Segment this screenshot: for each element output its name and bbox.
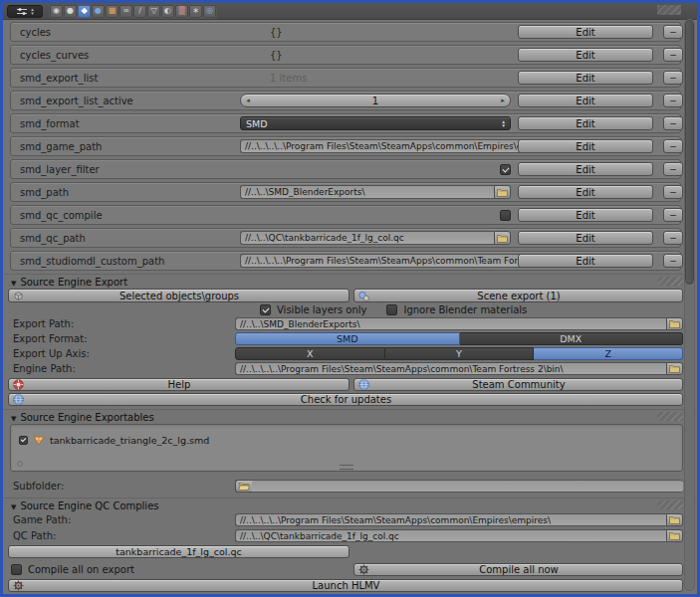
axis-option-y[interactable]: Y	[385, 347, 535, 360]
compile-on-export-checkbox[interactable]	[11, 564, 22, 575]
folder-icon	[669, 515, 680, 524]
folder-browse-button[interactable]	[666, 513, 683, 526]
panel-header-source-engine-qc-complies[interactable]: ▼Source Engine QC Complies	[3, 498, 697, 510]
edit-button[interactable]: Edit	[518, 231, 653, 245]
scene-icon[interactable]: ●	[64, 5, 77, 18]
physics-icon[interactable]: ◎	[203, 5, 216, 18]
remove-button[interactable]: −	[663, 25, 683, 39]
collapse-triangle-icon: ▼	[11, 280, 16, 288]
list-resize-grip[interactable]	[340, 465, 353, 470]
texture-icon[interactable]: ▒	[175, 5, 188, 18]
edit-button[interactable]: Edit	[518, 185, 653, 199]
stepper-right-icon[interactable]: ▸	[496, 97, 510, 104]
globe-icon	[358, 379, 369, 390]
value-text: {}	[270, 50, 283, 61]
export-path-field[interactable]: //..\..\SMD_BlenderExports\	[235, 317, 666, 330]
gear-icon	[358, 564, 369, 575]
panel-header-source-engine-exportables[interactable]: ▼Source Engine Exportables	[3, 409, 697, 422]
axis-option-z[interactable]: Z	[534, 347, 683, 360]
mesh-data-icon[interactable]: ▽	[147, 5, 160, 18]
edit-button[interactable]: Edit	[518, 48, 653, 62]
remove-button[interactable]: −	[663, 116, 683, 130]
engine-path-field[interactable]: //..\..\..\..\Program Files\Steam\SteamA…	[235, 362, 666, 375]
folder-browse-button[interactable]	[666, 362, 683, 375]
axis-option-x[interactable]: X	[235, 347, 385, 360]
remove-button[interactable]: −	[663, 71, 683, 85]
edit-button[interactable]: Edit	[518, 162, 653, 176]
number-field[interactable]: ◂1▸	[240, 94, 511, 107]
subfolder-field[interactable]	[252, 480, 683, 493]
remove-button[interactable]: −	[663, 94, 683, 107]
edit-button[interactable]: Edit	[518, 25, 653, 39]
folder-browse-button[interactable]	[494, 185, 511, 199]
edit-button[interactable]: Edit	[518, 71, 653, 85]
up-axis-label: Export Up Axis:	[13, 348, 90, 359]
visible-layers-checkbox[interactable]	[260, 304, 271, 315]
property-row-list: cycles{}Edit−cycles_curves{}Edit−smd_exp…	[3, 20, 697, 271]
scrollbar-track[interactable]	[684, 19, 695, 591]
remove-button[interactable]: −	[663, 231, 683, 245]
exportable-item[interactable]: tankbarricade_triangle_2c_lg.smd	[19, 431, 209, 450]
format-option-smd[interactable]: SMD	[235, 332, 460, 345]
folder-browse-button[interactable]	[666, 317, 683, 330]
checkbox[interactable]	[500, 210, 511, 221]
dropdown-arrows-icon: ▴▾	[502, 119, 505, 128]
property-label: smd_export_list	[20, 73, 98, 84]
render-icon[interactable]: ◉	[50, 5, 63, 18]
panel-drag-grip[interactable]	[657, 277, 683, 286]
remove-button[interactable]: −	[663, 185, 683, 199]
property-label: smd_format	[20, 118, 80, 129]
qc-path-field[interactable]: //..\..\QC\tankbarricade_1f_lg_col.qc	[235, 529, 666, 542]
format-option-dmx[interactable]: DMX	[460, 332, 684, 345]
path-field[interactable]: //..\..\QC\tankbarricade_1f_lg_col.qc	[240, 231, 494, 245]
world-icon[interactable]: ●	[92, 5, 105, 18]
folder-browse-button[interactable]	[494, 231, 511, 245]
scrollbar-thumb[interactable]	[685, 20, 694, 285]
remove-button[interactable]: −	[663, 208, 683, 222]
exportable-item-checkbox[interactable]	[19, 436, 28, 445]
subfolder-label: Subfolder:	[13, 481, 64, 492]
folder-browse-button[interactable]	[666, 529, 683, 542]
edit-button[interactable]: Edit	[518, 116, 653, 130]
path-field[interactable]: //..\..\SMD_BlenderExports\	[240, 185, 494, 199]
panel-header-source-engine-export[interactable]: ▼Source Engine Export	[3, 274, 697, 287]
material-icon[interactable]: ◐	[161, 5, 174, 18]
qc-file-button[interactable]: tankbarricade_1f_lg_col.qc	[8, 545, 350, 558]
launch-hlmv-button[interactable]: Launch HLMV	[8, 579, 683, 592]
panel-drag-grip[interactable]	[657, 412, 683, 421]
selected-objects-button[interactable]: Selected objects\groups	[8, 289, 350, 302]
help-button[interactable]: Help	[8, 378, 350, 391]
panel-drag-grip[interactable]	[657, 500, 683, 509]
constraint-icon[interactable]: ∞	[119, 5, 132, 18]
steam-community-button[interactable]: Steam Community	[353, 378, 683, 391]
ignore-materials-checkbox[interactable]	[386, 304, 397, 315]
path-field[interactable]: //..\..\..\..\Program Files\Steam\SteamA…	[240, 139, 560, 153]
remove-button[interactable]: −	[663, 254, 683, 268]
particles-icon[interactable]: ∗	[189, 5, 202, 18]
cube-icon[interactable]: ■	[106, 5, 118, 18]
modifier-wrench-icon[interactable]: ∕	[133, 5, 146, 18]
subfolder-browse-button[interactable]	[235, 480, 252, 493]
remove-button[interactable]: −	[663, 162, 683, 176]
dropdown-menu[interactable]: SMD▴▾	[240, 116, 511, 130]
property-row-smd_qc_compile: smd_qc_compileEdit−	[10, 205, 681, 225]
exportables-list[interactable]: tankbarricade_triangle_2c_lg.smd	[10, 424, 683, 472]
edit-button[interactable]: Edit	[518, 94, 653, 107]
property-row-smd_studiomdl_custom_path: smd_studiomdl_custom_path//..\..\..\..\P…	[10, 251, 681, 271]
game-path-field[interactable]: //..\..\..\..\Program Files\Steam\SteamA…	[235, 513, 666, 526]
edit-button[interactable]: Edit	[518, 254, 653, 268]
stepper-left-icon[interactable]: ◂	[241, 97, 255, 104]
ignore-materials-label: Ignore Blender materials	[403, 304, 527, 315]
remove-button[interactable]: −	[663, 139, 683, 153]
check-updates-button[interactable]: Check for updates	[8, 393, 683, 406]
region-corner-grip[interactable]	[657, 5, 681, 15]
checkbox[interactable]	[500, 164, 511, 175]
compile-all-now-button[interactable]: Compile all now	[353, 563, 683, 576]
edit-button[interactable]: Edit	[518, 139, 653, 153]
remove-button[interactable]: −	[663, 48, 683, 62]
scene-export-button[interactable]: Scene export (1)	[353, 289, 683, 302]
object-icon[interactable]: ◆	[78, 5, 91, 18]
editor-type-selector[interactable]: ▴▾	[7, 5, 43, 18]
property-row-cycles_curves: cycles_curves{}Edit−	[10, 45, 681, 65]
edit-button[interactable]: Edit	[518, 208, 653, 222]
